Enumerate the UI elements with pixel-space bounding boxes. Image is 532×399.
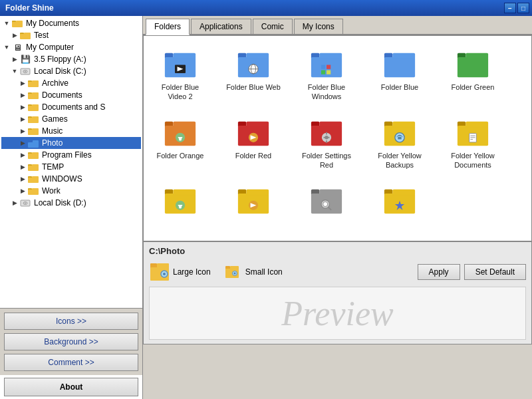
folder-icon-img xyxy=(236,114,271,148)
folder-icon xyxy=(28,78,39,88)
title-bar: Folder Shine − □ xyxy=(0,0,532,16)
svg-rect-38 xyxy=(32,188,39,191)
tree-item-test[interactable]: ▶Test xyxy=(1,29,141,41)
svg-rect-35 xyxy=(32,176,39,179)
icon-item-folder-blue-windows[interactable]: Folder Blue Windows xyxy=(297,43,356,104)
svg-rect-32 xyxy=(32,164,39,167)
expand-icon: ▶ xyxy=(19,80,27,86)
folder-icon xyxy=(20,66,31,76)
comment-button[interactable]: Comment >> xyxy=(4,354,138,371)
icon-item-folder-yellow2[interactable] xyxy=(150,179,210,221)
icon-item-folder-settings-red[interactable]: Folder Settings Red xyxy=(297,111,356,173)
icon-item-folder-yellow-star[interactable] xyxy=(370,179,430,221)
tree-item-programfiles[interactable]: ▶Program Files xyxy=(1,149,141,161)
folder-icon-img xyxy=(456,114,490,148)
icon-label: Folder Blue Video 2 xyxy=(153,82,207,102)
folder-icon-img xyxy=(382,45,417,80)
icon-item-folder-blue[interactable]: Folder Blue xyxy=(370,43,430,104)
tree-item-windows[interactable]: ▶WINDOWS xyxy=(1,173,141,185)
folder-icon xyxy=(28,174,39,184)
folder-icon-img xyxy=(163,182,198,216)
tab-comic[interactable]: Comic xyxy=(253,19,293,34)
tree-item-mydocs[interactable]: ▼My Documents xyxy=(1,17,141,29)
tree-item-temp[interactable]: ▶TEMP xyxy=(1,161,141,173)
folder-icon xyxy=(28,102,39,112)
tree-area[interactable]: ▼My Documents▶Test▼🖥My Computer▶💾3.5 Flo… xyxy=(0,16,142,309)
tree-item-mycomp[interactable]: ▼🖥My Computer xyxy=(1,41,141,53)
title-bar-buttons: − □ xyxy=(504,3,529,13)
svg-point-8 xyxy=(25,70,26,72)
maximize-button[interactable]: □ xyxy=(517,3,529,13)
icon-item-folder-blue-video2[interactable]: Folder Blue Video 2 xyxy=(150,43,210,104)
folder-icon-img xyxy=(309,45,344,80)
folder-icon-img xyxy=(382,182,417,216)
small-icon-preview xyxy=(221,261,243,283)
tree-item-label: TEMP xyxy=(42,162,64,172)
apply-button[interactable]: Apply xyxy=(418,264,460,280)
folder-icon xyxy=(20,30,31,41)
tree-item-documents[interactable]: ▶Documents xyxy=(1,89,141,101)
about-button[interactable]: About xyxy=(4,378,138,396)
folder-icon-img xyxy=(309,114,344,148)
tab-applications[interactable]: Applications xyxy=(191,19,251,34)
icon-grid-container[interactable]: Folder Blue Video 2 Folder Blue Web Fold… xyxy=(143,35,532,241)
minimize-button[interactable]: − xyxy=(504,3,516,13)
tree-item-photo[interactable]: ▶Photo xyxy=(1,137,141,149)
expand-icon: ▼ xyxy=(3,44,11,51)
icon-item-folder-orange[interactable]: Folder Orange xyxy=(150,111,210,173)
icon-item-folder-yellow3[interactable] xyxy=(223,179,283,221)
main-container: ▼My Documents▶Test▼🖥My Computer▶💾3.5 Flo… xyxy=(0,16,532,399)
icon-item-folder-yellow-documents[interactable]: Folder Yellow Documents xyxy=(443,111,503,173)
folder-icon-img xyxy=(163,114,198,148)
svg-rect-99 xyxy=(398,136,401,139)
tree-item-localc[interactable]: ▼Local Disk (C:) xyxy=(1,65,141,77)
icon-item-folder-red[interactable]: Folder Red xyxy=(223,111,283,173)
large-icon-preview xyxy=(149,261,170,283)
icon-grid: Folder Blue Video 2 Folder Blue Web Fold… xyxy=(144,36,531,228)
tree-item-floppy[interactable]: ▶💾3.5 Floppy (A:) xyxy=(1,53,141,65)
icon-item-folder-gray[interactable] xyxy=(297,179,356,221)
expand-icon: ▶ xyxy=(19,164,27,170)
tabs-bar: Folders Applications Comic My Icons xyxy=(143,16,532,35)
tab-myicons[interactable]: My Icons xyxy=(294,19,343,34)
tree-item-label: WINDOWS xyxy=(42,174,82,184)
action-buttons: Apply Set Default xyxy=(418,264,526,280)
tab-folders[interactable]: Folders xyxy=(146,19,190,35)
background-button[interactable]: Background >> xyxy=(4,333,138,350)
icons-button[interactable]: Icons >> xyxy=(4,313,138,330)
tree-item-work[interactable]: ▶Work xyxy=(1,185,141,197)
svg-rect-114 xyxy=(179,205,182,208)
folder-icon xyxy=(28,150,39,160)
tree-item-locald[interactable]: ▶Local Disk (D:) xyxy=(1,197,141,209)
icon-item-folder-yellow-backups[interactable]: Folder Yellow Backups xyxy=(370,111,430,173)
large-icon-label: Large Icon xyxy=(173,267,211,277)
tree-item-label: My Computer xyxy=(26,43,74,52)
svg-rect-29 xyxy=(32,152,39,155)
set-default-button[interactable]: Set Default xyxy=(464,264,526,280)
icon-item-folder-green[interactable]: Folder Green xyxy=(443,43,503,104)
tree-item-docands[interactable]: ▶Documents and S xyxy=(1,101,141,113)
icon-label: Folder Yellow Documents xyxy=(446,151,500,170)
tree-item-music[interactable]: ▶Music xyxy=(1,125,141,137)
expand-icon: ▶ xyxy=(19,128,27,134)
expand-icon: ▶ xyxy=(19,140,27,146)
icon-size-options: Large Icon Small Icon xyxy=(149,261,283,283)
svg-rect-17 xyxy=(32,104,39,107)
small-icon-option[interactable]: Small Icon xyxy=(221,261,283,283)
svg-rect-61 xyxy=(321,70,325,74)
icon-item-folder-blue-web[interactable]: Folder Blue Web xyxy=(223,43,283,104)
large-icon-option[interactable]: Large Icon xyxy=(149,261,211,283)
expand-icon: ▶ xyxy=(11,32,19,39)
folder-icon: 💾 xyxy=(20,54,31,65)
svg-rect-91 xyxy=(326,140,327,143)
bottom-section: C:\Photo Large Icon xyxy=(143,241,532,344)
tree-item-archive[interactable]: ▶Archive xyxy=(1,77,141,89)
tree-item-label: Work xyxy=(42,186,61,196)
expand-icon: ▶ xyxy=(11,200,19,206)
tree-item-label: Program Files xyxy=(42,150,92,160)
folder-icon-img xyxy=(236,182,271,216)
icon-label: Folder Green xyxy=(452,82,495,92)
svg-point-41 xyxy=(25,202,26,203)
icon-label: Folder Yellow Backups xyxy=(372,151,427,170)
tree-item-games[interactable]: ▶Games xyxy=(1,113,141,125)
